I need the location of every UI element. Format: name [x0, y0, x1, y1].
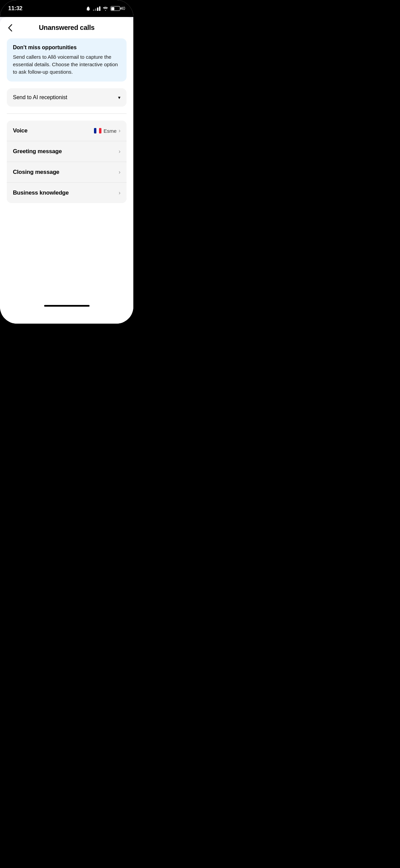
- divider: [7, 113, 127, 114]
- settings-item-business-knowledge[interactable]: Business knowledge ›: [7, 183, 127, 203]
- chevron-right-icon-business: ›: [119, 190, 120, 196]
- settings-item-right-business: ›: [119, 190, 120, 196]
- settings-list: Voice Esme › Greeting message: [7, 121, 127, 203]
- svg-rect-2: [97, 128, 99, 133]
- send-to-dropdown[interactable]: Send to AI receptionist ▾: [7, 88, 127, 107]
- settings-item-right-closing: ›: [119, 169, 120, 175]
- voice-name: Esme: [103, 128, 116, 134]
- info-banner-text: Send callers to Allô voicemail to captur…: [13, 53, 120, 75]
- back-button[interactable]: [7, 23, 14, 33]
- main-content: Unanswered calls Don't miss opportunitie…: [0, 17, 133, 324]
- battery-indicator: 40: [111, 6, 125, 11]
- home-indicator-wrapper: [0, 298, 133, 310]
- mute-icon: [85, 6, 91, 11]
- svg-rect-1: [94, 128, 96, 133]
- info-banner-title: Don't miss opportunities: [13, 44, 120, 51]
- settings-item-right-voice: Esme ›: [94, 128, 120, 134]
- settings-item-label-greeting: Greeting message: [13, 148, 62, 155]
- wifi-icon: [102, 6, 109, 11]
- settings-item-closing[interactable]: Closing message ›: [7, 162, 127, 183]
- dropdown-container: Send to AI receptionist ▾: [7, 88, 127, 107]
- chevron-down-icon: ▾: [118, 95, 120, 100]
- settings-item-greeting[interactable]: Greeting message ›: [7, 141, 127, 162]
- phone-frame: 11:32 40: [0, 0, 133, 324]
- chevron-right-icon-closing: ›: [119, 169, 120, 175]
- settings-item-label-voice: Voice: [13, 127, 27, 134]
- nav-bar: Unanswered calls: [0, 17, 133, 35]
- chevron-right-icon-greeting: ›: [119, 148, 120, 155]
- home-indicator: [44, 305, 90, 307]
- settings-item-label-business: Business knowledge: [13, 189, 69, 196]
- status-icons: 40: [85, 6, 125, 11]
- chevron-right-icon-voice: ›: [119, 128, 120, 134]
- settings-item-voice[interactable]: Voice Esme ›: [7, 121, 127, 141]
- settings-item-label-closing: Closing message: [13, 169, 59, 176]
- status-time: 11:32: [8, 5, 22, 12]
- french-flag-icon: [94, 128, 101, 133]
- status-bar: 11:32 40: [0, 0, 133, 17]
- signal-icon: [93, 6, 100, 11]
- dropdown-label: Send to AI receptionist: [13, 94, 67, 101]
- settings-item-right-greeting: ›: [119, 148, 120, 155]
- page-title: Unanswered calls: [39, 24, 94, 32]
- battery-level: 40: [121, 6, 125, 11]
- info-banner: Don't miss opportunities Send callers to…: [7, 38, 127, 82]
- svg-rect-3: [99, 128, 101, 133]
